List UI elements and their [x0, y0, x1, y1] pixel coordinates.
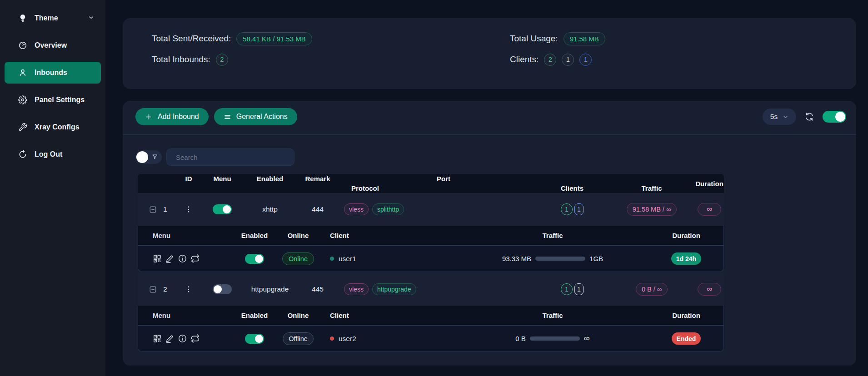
header-remark: Remark [295, 175, 340, 183]
sub-header-traffic: Traffic [457, 312, 648, 319]
reset-traffic-icon[interactable] [190, 334, 200, 343]
client-header-row: Menu Enabled Online Client Traffic Durat… [138, 226, 723, 246]
header-id: ID [178, 175, 200, 183]
header-port: Port [340, 175, 536, 183]
client-traffic: 0 B ∞ [515, 334, 589, 343]
inbound-remark: httpupgrade [245, 285, 295, 293]
transport-badge: splithttp [372, 203, 404, 215]
table-header-row: ID Menu Enabled Remark Port Protocol Cli… [138, 174, 724, 193]
refresh-interval-value: 5s [770, 113, 778, 121]
clients-gray-badge: 1 [562, 54, 574, 66]
general-actions-label: General Actions [236, 113, 288, 121]
client-enabled-toggle[interactable] [245, 334, 264, 344]
inbounds-table: ID Menu Enabled Remark Port Protocol Cli… [138, 174, 724, 352]
client-row: Offline user2 0 B ∞ Ended [138, 326, 723, 351]
plus-icon [145, 113, 153, 121]
sub-header-traffic: Traffic [457, 232, 648, 239]
total-inbounds-badge: 2 [216, 54, 228, 66]
refresh-icon[interactable] [804, 112, 814, 122]
edit-icon[interactable] [165, 334, 175, 343]
client-count-green: 1 [561, 203, 573, 215]
client-duration-badge: Ended [672, 332, 701, 345]
header-enabled: Enabled [245, 175, 295, 183]
client-duration-badge: 1d 24h [671, 252, 701, 265]
sidebar-item-label: Panel Settings [35, 96, 85, 104]
gauge-icon [18, 41, 27, 50]
sidebar-item-log-out[interactable]: Log Out [5, 143, 101, 165]
sub-header-online: Online [280, 312, 316, 319]
kebab-menu-icon[interactable] [185, 285, 193, 293]
header-clients: Clients [536, 184, 609, 192]
general-actions-button[interactable]: General Actions [214, 108, 297, 125]
edit-icon[interactable] [165, 254, 175, 263]
auto-refresh-toggle[interactable] [823, 111, 846, 123]
sidebar-item-overview[interactable]: Overview [5, 35, 101, 56]
inbound-port: 445 [295, 285, 340, 293]
total-sent-received-label: Total Sent/Received: [152, 34, 231, 44]
total-usage-badge: 91.58 MB [564, 32, 605, 45]
refresh-interval-select[interactable]: 5s [763, 109, 796, 125]
funnel-icon [151, 153, 158, 162]
inbound-duration-badge: ∞ [698, 203, 721, 216]
user-icon [18, 68, 27, 77]
traffic-total: 1GB [589, 255, 603, 262]
logout-icon [18, 150, 27, 159]
transport-badge: httpupgrade [372, 283, 416, 295]
client-details: Menu Enabled Online Client Traffic Durat… [138, 226, 724, 272]
traffic-used: 0 B [515, 335, 526, 342]
client-header-row: Menu Enabled Online Client Traffic Durat… [138, 306, 723, 326]
qr-code-icon[interactable] [153, 334, 162, 343]
qr-code-icon[interactable] [153, 254, 162, 263]
search-input[interactable] [166, 148, 294, 166]
sidebar-item-label: Xray Configs [35, 123, 80, 131]
client-name: user2 [339, 335, 356, 343]
inbound-traffic-badge: 0 B / ∞ [636, 283, 668, 296]
bulb-icon [18, 14, 27, 23]
inbound-enabled-toggle[interactable] [213, 204, 232, 214]
sidebar-item-theme[interactable]: Theme [5, 7, 101, 29]
sub-header-enabled: Enabled [229, 232, 280, 239]
total-inbounds-label: Total Inbounds: [152, 54, 210, 64]
clients-blue-badge: 1 [579, 54, 592, 66]
traffic-used: 93.33 MB [502, 255, 531, 262]
reset-traffic-icon[interactable] [190, 254, 200, 263]
add-inbound-button[interactable]: Add Inbound [135, 108, 209, 125]
kebab-menu-icon[interactable] [185, 205, 193, 213]
header-duration: Duration [695, 180, 723, 188]
collapse-icon[interactable] [149, 285, 157, 294]
chevron-down-icon [88, 14, 95, 23]
protocol-badge: vless [344, 203, 369, 215]
client-count-green: 1 [561, 283, 573, 295]
inbound-port: 444 [295, 205, 340, 213]
total-sent-received-badge: 58.41 KB / 91.53 MB [236, 32, 312, 45]
menu-lines-icon [224, 113, 231, 121]
add-inbound-label: Add Inbound [158, 113, 199, 121]
traffic-progress-bar [530, 336, 580, 341]
client-details: Menu Enabled Online Client Traffic Durat… [138, 306, 724, 352]
inbound-row: 2 httpupgrade 445 vless httpupgrade [138, 273, 724, 306]
header-protocol: Protocol [340, 184, 536, 192]
collapse-icon[interactable] [149, 205, 157, 214]
sidebar-item-label: Log Out [35, 150, 62, 158]
inbound-row: 1 xhttp 444 vless splithttp [138, 193, 724, 226]
sub-header-client: Client [316, 312, 457, 319]
info-icon[interactable] [178, 254, 187, 263]
filter-toggle[interactable] [135, 150, 162, 164]
gear-icon [18, 95, 27, 104]
traffic-progress-bar [535, 257, 585, 261]
sub-header-enabled: Enabled [229, 312, 280, 319]
sidebar-item-inbounds[interactable]: Inbounds [5, 62, 101, 84]
header-menu: Menu [200, 175, 245, 183]
sidebar-item-label: Theme [35, 14, 58, 22]
client-enabled-toggle[interactable] [245, 254, 264, 264]
sidebar-item-xray-configs[interactable]: Xray Configs [5, 116, 101, 138]
inbounds-card: Add Inbound General Actions 5s [123, 101, 856, 366]
search-row [123, 135, 856, 166]
inbound-enabled-toggle[interactable] [213, 284, 232, 294]
info-icon[interactable] [178, 334, 187, 343]
sidebar-item-panel-settings[interactable]: Panel Settings [5, 89, 101, 111]
clients-label: Clients: [510, 54, 539, 64]
sub-header-menu: Menu [138, 232, 229, 239]
main-content: Total Sent/Received: 58.41 KB / 91.53 MB… [105, 0, 868, 376]
client-status-dot [330, 336, 334, 341]
